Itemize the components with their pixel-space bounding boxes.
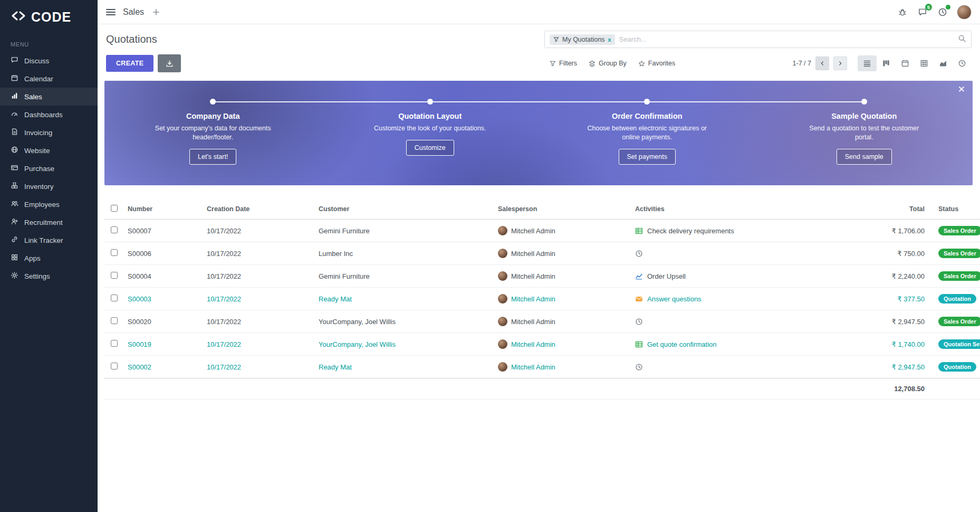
view-graph-button[interactable]	[934, 55, 953, 71]
sidebar-item-invoicing[interactable]: Invoicing	[0, 124, 98, 141]
search-bar[interactable]: My Quotations x	[544, 31, 972, 48]
activity-label: Order Upsell	[647, 272, 686, 280]
table-body: S00007 10/17/2022 Gemini Furniture Mitch…	[104, 220, 980, 378]
col-customer[interactable]: Customer	[314, 199, 494, 220]
cell-total: ₹ 1,740.00	[813, 333, 934, 356]
funnel-icon	[550, 60, 556, 67]
sidebar-item-calendar[interactable]: Calendar	[0, 70, 98, 88]
cell-activities[interactable]: Order Upsell	[631, 265, 813, 288]
app-logo[interactable]: CODE	[0, 0, 98, 34]
row-checkbox[interactable]	[111, 340, 118, 347]
cell-activities[interactable]: Get quote confirmation	[631, 333, 813, 356]
export-button[interactable]	[158, 54, 181, 72]
sidebar-item-sales[interactable]: Sales	[0, 88, 98, 106]
view-calendar-button[interactable]	[896, 55, 915, 71]
filters-button[interactable]: Filters	[550, 60, 577, 67]
user-avatar[interactable]	[957, 5, 972, 20]
lets-start-button[interactable]: Let's start!	[189, 149, 236, 165]
table-row[interactable]: S00002 10/17/2022 Ready Mat Mitchell Adm…	[104, 356, 980, 378]
cell-creation-date: 10/17/2022	[203, 356, 314, 378]
row-checkbox[interactable]	[111, 249, 118, 256]
cell-salesperson: Mitchell Admin	[494, 310, 631, 333]
table-row[interactable]: S00003 10/17/2022 Ready Mat Mitchell Adm…	[104, 288, 980, 310]
col-creation-date[interactable]: Creation Date	[203, 199, 314, 220]
row-checkbox[interactable]	[111, 363, 118, 369]
filter-chip-my-quotations[interactable]: My Quotations x	[550, 34, 615, 45]
sidebar-item-recruitment[interactable]: Recruitment	[0, 213, 98, 231]
onboarding-step-company-data: Company Data Set your company's data for…	[104, 99, 322, 165]
sidebar-item-settings[interactable]: Settings	[0, 267, 98, 285]
row-checkbox[interactable]	[111, 295, 118, 301]
customize-button[interactable]: Customize	[406, 140, 454, 156]
menu-hamburger-icon[interactable]	[106, 9, 116, 15]
layers-icon	[589, 60, 595, 67]
view-list-button[interactable]	[858, 55, 877, 71]
salesperson-name: Mitchell Admin	[511, 250, 555, 258]
list-view-icon	[863, 59, 871, 68]
pager-range: 1-7 / 7	[793, 60, 811, 67]
sidebar-item-employees[interactable]: Employees	[0, 195, 98, 213]
cell-creation-date: 10/17/2022	[203, 220, 314, 242]
cell-number: S00006	[123, 242, 203, 265]
plus-icon[interactable]	[152, 8, 160, 16]
remove-filter-icon[interactable]: x	[608, 36, 611, 43]
search-input[interactable]	[619, 35, 954, 43]
salesperson-name: Mitchell Admin	[511, 272, 555, 280]
row-checkbox[interactable]	[111, 317, 118, 324]
debug-icon[interactable]	[897, 6, 908, 18]
cell-activities[interactable]: Check delivery requirements	[631, 220, 813, 242]
group-by-button[interactable]: Group By	[589, 60, 627, 67]
create-button[interactable]: CREATE	[106, 55, 153, 72]
view-kanban-button[interactable]	[877, 55, 896, 71]
status-badge: Quotation	[938, 362, 976, 372]
cell-activities[interactable]	[631, 356, 813, 378]
cell-activities[interactable]	[631, 310, 813, 333]
dashboards-icon	[11, 110, 18, 119]
cell-activities[interactable]	[631, 242, 813, 265]
search-icon[interactable]	[958, 34, 966, 45]
table-row[interactable]: S00019 10/17/2022 YourCompany, Joel Will…	[104, 333, 980, 356]
table-row[interactable]: S00006 10/17/2022 Lumber Inc Mitchell Ad…	[104, 242, 980, 265]
cell-salesperson: Mitchell Admin	[494, 265, 631, 288]
cell-activities[interactable]: Answer questions	[631, 288, 813, 310]
sidebar-item-link-tracker[interactable]: Link Tracker	[0, 231, 98, 249]
sidebar-item-apps[interactable]: Apps	[0, 249, 98, 267]
messages-icon[interactable]: 5	[917, 6, 928, 18]
chevron-left-icon	[820, 61, 825, 66]
row-checkbox[interactable]	[111, 226, 118, 233]
set-payments-button[interactable]: Set payments	[619, 149, 676, 165]
select-all-checkbox[interactable]	[111, 205, 118, 212]
table-row[interactable]: S00007 10/17/2022 Gemini Furniture Mitch…	[104, 220, 980, 242]
view-activity-button[interactable]	[953, 55, 972, 71]
banner-close-icon[interactable]: ✕	[958, 85, 965, 94]
sidebar-item-discuss[interactable]: Discuss	[0, 52, 98, 70]
cell-salesperson: Mitchell Admin	[494, 220, 631, 242]
favorites-button[interactable]: Favorites	[638, 60, 675, 67]
cell-total: ₹ 377.50	[813, 288, 934, 310]
pager-previous-button[interactable]	[815, 56, 829, 70]
spreadsheet-icon	[635, 340, 643, 348]
send-sample-button[interactable]: Send sample	[837, 149, 892, 165]
sidebar-item-dashboards[interactable]: Dashboards	[0, 106, 98, 124]
cell-total: ₹ 750.00	[813, 242, 934, 265]
col-total[interactable]: Total	[813, 199, 934, 220]
activity-clock-icon[interactable]	[937, 6, 948, 18]
col-status[interactable]: Status	[934, 199, 980, 220]
col-activities[interactable]: Activities	[631, 199, 813, 220]
pager-next-button[interactable]	[833, 56, 847, 70]
sidebar-item-website[interactable]: Website	[0, 141, 98, 159]
table-row[interactable]: S00020 10/17/2022 YourCompany, Joel Will…	[104, 310, 980, 333]
view-pivot-button[interactable]	[915, 55, 934, 71]
step-dot	[861, 99, 867, 105]
row-checkbox[interactable]	[111, 272, 118, 279]
table-header-row: Number Creation Date Customer Salesperso…	[104, 199, 980, 220]
cell-number: S00003	[123, 288, 203, 310]
sidebar-item-purchase[interactable]: Purchase	[0, 159, 98, 177]
col-salesperson[interactable]: Salesperson	[494, 199, 631, 220]
table-row[interactable]: S00004 10/17/2022 Gemini Furniture Mitch…	[104, 265, 980, 288]
salesperson-name: Mitchell Admin	[511, 363, 555, 371]
col-number[interactable]: Number	[123, 199, 203, 220]
sidebar-item-inventory[interactable]: Inventory	[0, 177, 98, 195]
cell-customer: Ready Mat	[314, 288, 494, 310]
pivot-view-icon	[920, 59, 928, 68]
